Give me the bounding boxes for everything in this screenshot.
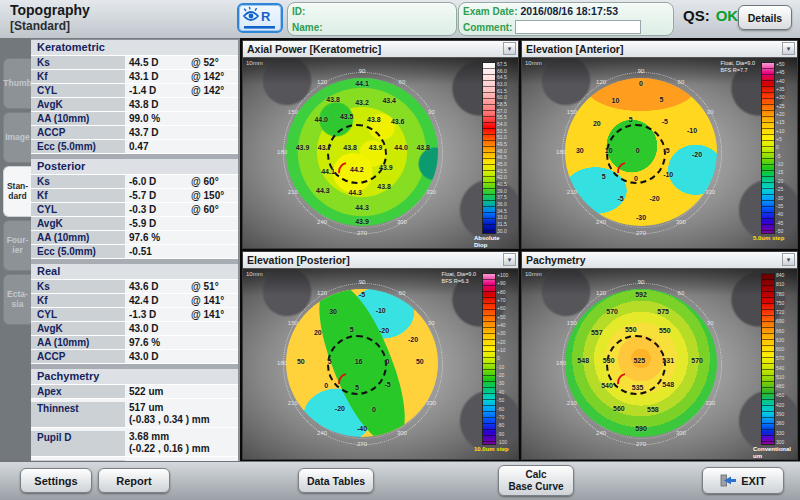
map-value-label: 44.0 — [394, 143, 408, 150]
row-label: CYL — [31, 84, 125, 97]
map-value-label: -20 — [335, 404, 345, 411]
row-label: ACCP — [31, 350, 125, 363]
row-axis — [191, 217, 238, 230]
eye-icon: R — [241, 5, 279, 31]
svg-text:R: R — [261, 9, 271, 24]
map-title: Elevation [Posterior] — [247, 254, 350, 266]
exit-button-label: EXIT — [741, 475, 765, 487]
right-eye-button[interactable]: R — [237, 3, 283, 33]
row-label: CYL — [31, 308, 125, 321]
comment-label: Comment: — [463, 22, 512, 33]
map-value-label: 10 — [612, 97, 620, 104]
side-tab-ectasia[interactable]: Ecta- sia — [3, 274, 31, 325]
color-scale-ticks: 67.566.064.563.061.560.058.557.055.554.0… — [497, 62, 516, 234]
map-value-label: -40 — [357, 425, 367, 432]
color-scale: +100+90+80+70+60+50+40+30+20+100-10-20-3… — [482, 273, 516, 445]
row-axis — [191, 140, 238, 153]
calc-base-curve-button[interactable]: Calc Base Curve — [498, 465, 574, 496]
map-pane-axial-power: Axial Power [Keratometric] ▾ 10mm3060901… — [242, 40, 519, 249]
section-keratometric: KeratometricKs44.5 D@ 52°Kf43.1 D@ 142°C… — [31, 40, 238, 154]
scale-tick: 34.5 — [497, 209, 516, 214]
color-scale-ticks: +50+45+40+35+30+25+20+15+10+50-5-10-15-2… — [776, 62, 795, 234]
map-body: 10mm306090120150180210240270300330592570… — [522, 269, 797, 459]
scale-tick: -45 — [776, 221, 795, 226]
map-value-label: 5 — [350, 325, 354, 332]
scale-tick: 57.0 — [497, 109, 516, 114]
map-value-label: 30 — [329, 308, 337, 315]
degree-label: 210 — [567, 400, 577, 406]
map-value-label: 43.8 — [343, 143, 357, 150]
side-tab-thumb[interactable]: Thumb — [3, 58, 31, 109]
degree-label: 180 — [277, 149, 287, 155]
map-value-label: 16 — [355, 358, 363, 365]
degree-label: 270 — [357, 441, 367, 447]
map-value-label: 560 — [613, 404, 625, 411]
map-value-label: 50 — [416, 358, 424, 365]
settings-button[interactable]: Settings — [20, 468, 92, 493]
side-tab-image[interactable]: Image — [3, 112, 31, 163]
degree-label: 90 — [638, 279, 645, 285]
row-label: Ecc (5.0mm) — [31, 140, 125, 153]
map-value-label: 570 — [606, 308, 618, 315]
map-value-label: 0 — [636, 147, 640, 154]
section-real: RealKs43.6 D@ 51°Kf42.4 D@ 141°CYL-1.3 D… — [31, 264, 238, 364]
map-dropdown-button[interactable]: ▾ — [503, 42, 516, 55]
row-value: 517 um(-0.83 , 0.34 ) mm — [125, 402, 238, 427]
row-value: -0.51 — [125, 245, 191, 258]
row-value: -1.3 D — [125, 308, 191, 321]
map-body: 10mmFloat, Dia=9.0 BFS R=6.3306090120150… — [243, 269, 518, 459]
side-tab-standard[interactable]: Stan- dard — [3, 166, 31, 217]
scale-tick: 43.5 — [497, 169, 516, 174]
scale-tick: 52.5 — [497, 129, 516, 134]
degree-label: 90 — [359, 68, 366, 74]
color-scale: +50+45+40+35+30+25+20+15+10+50-5-10-15-2… — [761, 62, 795, 234]
scale-tick: -80 — [497, 423, 516, 428]
scale-tick: 54.0 — [497, 122, 516, 127]
scale-tick: -60 — [497, 407, 516, 412]
topography-app: Topography [Standard] R ID: Name: — [0, 0, 800, 500]
details-button[interactable]: Details — [738, 5, 792, 30]
degree-label: 330 — [705, 189, 715, 195]
row-value: 522 um — [125, 385, 238, 398]
float-note: Float, Dia=9.0 BFS R=7.7 — [721, 60, 755, 73]
row-label: AvgK — [31, 98, 125, 111]
scale-tick: 36.0 — [497, 202, 516, 207]
exit-button[interactable]: EXIT — [702, 467, 784, 494]
comment-input[interactable] — [515, 20, 641, 34]
report-button[interactable]: Report — [98, 468, 170, 493]
scale-tick: 570 — [776, 356, 795, 361]
map-value-label: -5 — [384, 380, 390, 387]
map-value-label: 570 — [691, 356, 703, 363]
map-dropdown-button[interactable]: ▾ — [782, 42, 795, 55]
scale-tick: 58.5 — [497, 102, 516, 107]
degree-label: 180 — [277, 360, 287, 366]
row-label: AA (10mm) — [31, 336, 125, 349]
row-axis — [191, 350, 238, 363]
map-dropdown-button[interactable]: ▾ — [503, 253, 516, 266]
footer-bar: Settings Report Data Tables Calc Base Cu… — [0, 461, 800, 500]
degree-label: 30 — [428, 320, 435, 326]
map-value-label: 43.8 — [367, 116, 381, 123]
qs-status: QS:OK — [683, 7, 738, 24]
degree-label: 300 — [397, 219, 407, 225]
map-value-label: 43.8 — [326, 95, 340, 102]
scale-tick: +40 — [776, 79, 795, 84]
qs-status-value: OK — [716, 7, 739, 24]
row-axis: @ 52° — [191, 56, 238, 69]
degree-label: 30 — [428, 109, 435, 115]
degree-label: 210 — [567, 189, 577, 195]
map-pane-pachymetry: Pachymetry ▾ 10mm30609012015018021024027… — [521, 251, 798, 460]
degree-label: 30 — [707, 109, 714, 115]
side-tab-fourier[interactable]: Four- ier — [3, 220, 31, 271]
scale-caption: 10.0um step — [474, 446, 519, 453]
row-value: 44.5 D — [125, 56, 191, 69]
scale-tick: 67.5 — [497, 62, 516, 67]
scale-tick: 810 — [776, 282, 795, 287]
map-value-label: 550 — [659, 327, 671, 334]
map-dropdown-button[interactable]: ▾ — [782, 253, 795, 266]
scale-tick: +50 — [776, 62, 795, 67]
scale-tick: +10 — [497, 348, 516, 353]
measurement-row: AvgK43.8 D — [31, 98, 238, 112]
data-tables-button[interactable]: Data Tables — [298, 468, 374, 493]
scale-tick: -25 — [776, 187, 795, 192]
